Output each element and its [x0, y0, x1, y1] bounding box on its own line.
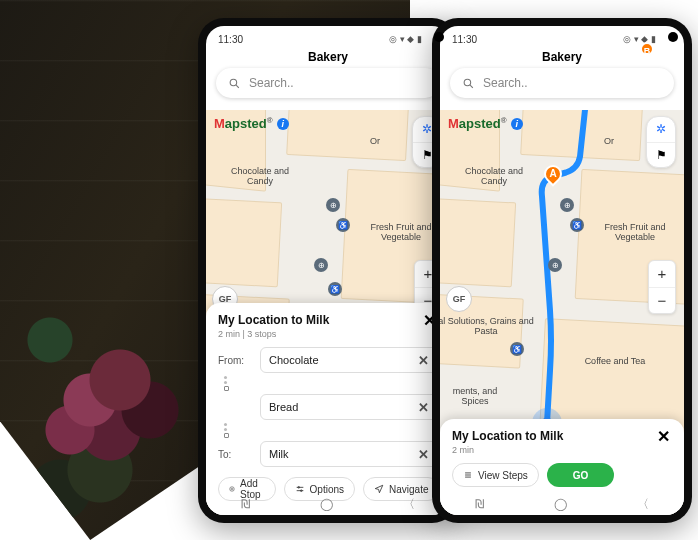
sheet-actions: View Steps GO	[452, 463, 672, 487]
sheet-title: My Location to Milk	[218, 313, 329, 327]
recent-apps-icon[interactable]: ₪	[241, 497, 250, 511]
poi-icon[interactable]: ⊕	[314, 258, 328, 272]
go-label: GO	[573, 470, 589, 481]
connector-dots-icon	[218, 376, 252, 391]
map-label-solutions: al Solutions, Grains and Pasta	[440, 316, 536, 337]
search-input[interactable]: Search..	[450, 68, 674, 98]
front-camera	[668, 32, 678, 42]
zoom-in-button[interactable]: +	[649, 261, 675, 288]
from-label: From:	[218, 355, 252, 366]
store-block	[206, 198, 282, 288]
svg-point-0	[230, 79, 237, 86]
screen: 11:30 ◎ ▾ ◆ ▮ Bakery Search.. Mapsted® i…	[206, 26, 450, 515]
store-block	[286, 110, 410, 161]
waypoint-row: To: Milk ✕	[218, 441, 438, 467]
search-placeholder: Search..	[483, 76, 528, 90]
gf-badge[interactable]: GF	[446, 286, 472, 312]
brand-rest: apsted	[225, 116, 267, 131]
sheet-title: My Location to Milk	[452, 429, 563, 443]
search-placeholder: Search..	[249, 76, 294, 90]
screen: 11:30 ◎ ▾ ◆ ▮ Bakery B Search.. Mapsted®	[440, 26, 684, 515]
accessibility-toggle-icon[interactable]: ⚑	[647, 143, 675, 168]
brand-rest: apsted	[459, 116, 501, 131]
status-time: 11:30	[452, 34, 477, 45]
map-canvas[interactable]: Mapsted® i Or Chocolate and Candy Fresh …	[206, 110, 450, 515]
search-icon	[462, 77, 475, 90]
page-title: Bakery	[206, 48, 450, 68]
destination-marker-b-icon: B	[640, 42, 654, 56]
waypoint-connector	[218, 423, 438, 438]
clear-icon[interactable]: ✕	[418, 353, 429, 368]
waypoint-row: Bread ✕	[218, 394, 438, 420]
map-label-organic: Or	[370, 136, 380, 146]
brand-logo: Mapsted® i	[448, 116, 523, 131]
map-control-compass[interactable]: ✲ ⚑	[646, 116, 676, 168]
map-zoom-control: + −	[648, 260, 676, 314]
store-block	[520, 110, 644, 161]
waypoint-connector	[218, 376, 438, 391]
brand-m: M	[448, 116, 459, 131]
sheet-meta: 2 min | 3 stops	[218, 329, 329, 339]
from-input[interactable]: Chocolate ✕	[260, 347, 438, 373]
compass-icon[interactable]: ✲	[647, 117, 675, 143]
waypoint-row: From: Chocolate ✕	[218, 347, 438, 373]
route-sheet: My Location to Milk 2 min | 3 stops ✕ Fr…	[206, 303, 450, 515]
phone-right: 11:30 ◎ ▾ ◆ ▮ Bakery B Search.. Mapsted®	[432, 18, 692, 523]
map-label-chocolate: Chocolate and Candy	[220, 166, 300, 187]
map-label-coffee: Coffee and Tea	[580, 356, 650, 366]
to-input[interactable]: Milk ✕	[260, 441, 438, 467]
map-label-spices: ments, and Spices	[440, 386, 510, 407]
sheet-meta: 2 min	[452, 445, 563, 455]
back-icon[interactable]: 〈	[637, 496, 649, 513]
poi-icon[interactable]: ♿	[510, 342, 524, 356]
search-input[interactable]: Search..	[216, 68, 440, 98]
map-label-chocolate: Chocolate and Candy	[454, 166, 534, 187]
poi-icon[interactable]: ⊕	[560, 198, 574, 212]
map-label-organic: Or	[604, 136, 614, 146]
svg-line-1	[236, 85, 239, 88]
system-nav-bar: ₪ ◯ 〈	[440, 493, 684, 515]
brand-reg: ®	[501, 116, 507, 125]
svg-point-9	[464, 79, 471, 86]
brand-reg: ®	[267, 116, 273, 125]
view-steps-label: View Steps	[478, 470, 528, 481]
home-icon[interactable]: ◯	[320, 497, 333, 511]
brand-logo: Mapsted® i	[214, 116, 289, 131]
list-icon	[463, 470, 473, 480]
poi-icon[interactable]: ♿	[570, 218, 584, 232]
status-bar: 11:30 ◎ ▾ ◆ ▮	[206, 26, 450, 48]
recent-apps-icon[interactable]: ₪	[475, 497, 484, 511]
page-title-text: Bakery	[308, 50, 348, 64]
to-label: To:	[218, 449, 252, 460]
poi-icon[interactable]: ♿	[328, 282, 342, 296]
svg-line-10	[470, 85, 473, 88]
waypoints-list: From: Chocolate ✕ Bread ✕	[218, 347, 438, 467]
poi-icon[interactable]: ⊕	[548, 258, 562, 272]
clear-icon[interactable]: ✕	[418, 447, 429, 462]
zoom-out-button[interactable]: −	[649, 288, 675, 314]
origin-marker-a-icon	[540, 161, 565, 186]
poi-icon[interactable]: ⊕	[326, 198, 340, 212]
page-title: Bakery B	[440, 48, 684, 68]
info-icon[interactable]: i	[511, 118, 523, 130]
page-title-text: Bakery	[542, 50, 582, 64]
to-value: Milk	[269, 448, 289, 460]
map-canvas[interactable]: Mapsted® i Or Chocolate and Candy Fresh …	[440, 110, 684, 515]
go-button[interactable]: GO	[547, 463, 615, 487]
system-nav-bar: ₪ ◯ 〈	[206, 493, 450, 515]
via-input[interactable]: Bread ✕	[260, 394, 438, 420]
connector-dots-icon	[218, 423, 252, 438]
via-value: Bread	[269, 401, 298, 413]
phone-left: 11:30 ◎ ▾ ◆ ▮ Bakery Search.. Mapsted® i…	[198, 18, 458, 523]
store-block	[440, 198, 516, 288]
back-icon[interactable]: 〈	[403, 496, 415, 513]
front-camera	[434, 32, 444, 42]
map-label-fruit: Fresh Fruit and Vegetable	[600, 222, 670, 243]
view-steps-button[interactable]: View Steps	[452, 463, 539, 487]
poi-icon[interactable]: ♿	[336, 218, 350, 232]
route-sheet: My Location to Milk 2 min ✕ View Steps G…	[440, 419, 684, 515]
close-icon[interactable]: ✕	[655, 429, 672, 445]
info-icon[interactable]: i	[277, 118, 289, 130]
home-icon[interactable]: ◯	[554, 497, 567, 511]
clear-icon[interactable]: ✕	[418, 400, 429, 415]
